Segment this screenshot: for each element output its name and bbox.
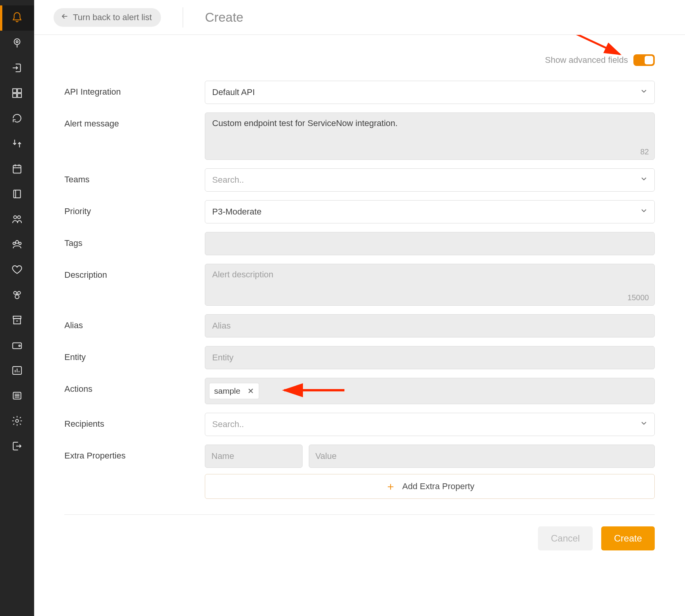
- extra-property-value-input[interactable]: Value: [309, 445, 655, 468]
- recipients-placeholder: Search..: [212, 419, 244, 429]
- nav-item-9[interactable]: [0, 207, 34, 232]
- nav-item-13[interactable]: [0, 308, 34, 333]
- svg-point-19: [19, 345, 20, 346]
- back-label: Turn back to alert list: [73, 12, 152, 22]
- main-content: Show advanced fields API Integration Def…: [34, 35, 685, 616]
- plus-icon: ＋: [385, 479, 396, 494]
- svg-rect-5: [17, 93, 21, 97]
- svg-point-1: [16, 41, 18, 43]
- advanced-fields-toggle[interactable]: [633, 54, 655, 66]
- archive-icon: [11, 314, 23, 327]
- label-description: Description: [64, 264, 205, 280]
- page-header: Turn back to alert list Create: [34, 0, 685, 35]
- create-label: Create: [614, 533, 642, 544]
- nav-item-5[interactable]: [0, 106, 34, 132]
- location-pin-icon: [11, 37, 23, 50]
- chevron-down-icon: [640, 175, 648, 185]
- chart-icon: [11, 365, 23, 377]
- alert-message-textarea[interactable]: Custom endpoint test for ServiceNow inte…: [205, 112, 655, 160]
- add-extra-property-button[interactable]: ＋ Add Extra Property: [205, 474, 655, 499]
- people-icon: [11, 213, 23, 226]
- nav-item-3[interactable]: [0, 56, 34, 81]
- alias-input[interactable]: Alias: [205, 314, 655, 337]
- left-sidebar: [0, 0, 34, 616]
- nav-item-17[interactable]: [0, 409, 34, 434]
- label-extra-properties: Extra Properties: [64, 445, 205, 461]
- api-integration-value: Default API: [212, 87, 255, 97]
- entity-input[interactable]: Entity: [205, 346, 655, 369]
- nav-item-14[interactable]: [0, 333, 34, 358]
- gear-icon: [11, 415, 23, 428]
- label-actions: Actions: [64, 378, 205, 394]
- login-icon: [11, 62, 23, 75]
- footer-divider: [64, 514, 655, 515]
- label-tags: Tags: [64, 232, 205, 248]
- calendar-icon: [11, 163, 23, 176]
- priority-select[interactable]: P3-Moderate: [205, 200, 655, 223]
- svg-point-8: [14, 216, 17, 219]
- svg-point-12: [19, 242, 21, 244]
- svg-point-9: [17, 216, 21, 219]
- nav-item-4[interactable]: [0, 81, 34, 106]
- remove-tag-icon[interactable]: ✕: [247, 386, 254, 396]
- svg-point-10: [16, 241, 19, 244]
- group-icon: [11, 239, 23, 251]
- chevron-down-icon: [640, 87, 648, 98]
- nav-item-11[interactable]: [0, 258, 34, 283]
- grid-icon: [11, 87, 23, 100]
- nav-alerts[interactable]: [0, 5, 34, 31]
- add-extra-label: Add Extra Property: [402, 481, 474, 491]
- cancel-button[interactable]: Cancel: [538, 526, 593, 550]
- label-priority: Priority: [64, 200, 205, 216]
- action-tag-sample: sample ✕: [209, 383, 259, 399]
- nav-item-7[interactable]: [0, 157, 34, 182]
- nav-item-6[interactable]: [0, 132, 34, 157]
- nav-item-10[interactable]: [0, 232, 34, 258]
- extra-value-placeholder: Value: [315, 451, 337, 461]
- description-counter: 15000: [627, 293, 649, 302]
- nav-item-2[interactable]: [0, 31, 34, 56]
- recipients-select[interactable]: Search..: [205, 413, 655, 436]
- entity-placeholder: Entity: [212, 353, 234, 363]
- action-tag-label: sample: [214, 386, 240, 396]
- label-alias: Alias: [64, 314, 205, 330]
- alias-placeholder: Alias: [212, 321, 231, 331]
- extra-property-name-input[interactable]: Name: [205, 445, 303, 468]
- actions-input[interactable]: sample ✕: [205, 378, 655, 404]
- extra-name-placeholder: Name: [211, 451, 234, 461]
- nav-item-18[interactable]: [0, 434, 34, 459]
- list-icon: [11, 390, 23, 403]
- nav-item-16[interactable]: [0, 384, 34, 409]
- svg-point-11: [13, 242, 15, 244]
- chevron-down-icon: [640, 419, 648, 430]
- svg-rect-6: [13, 165, 21, 173]
- label-api-integration: API Integration: [64, 81, 205, 97]
- transfer-icon: [11, 138, 23, 151]
- wallet-icon: [11, 339, 23, 352]
- chevron-down-icon: [640, 206, 648, 217]
- cancel-label: Cancel: [551, 533, 580, 544]
- label-recipients: Recipients: [64, 413, 205, 429]
- description-textarea[interactable]: Alert description 15000: [205, 264, 655, 306]
- create-button[interactable]: Create: [601, 526, 655, 550]
- nav-item-15[interactable]: [0, 358, 34, 384]
- nav-item-12[interactable]: [0, 283, 34, 308]
- loop-icon: [11, 112, 23, 125]
- label-teams: Teams: [64, 168, 205, 185]
- back-to-alert-list-button[interactable]: Turn back to alert list: [54, 8, 161, 27]
- tags-input[interactable]: [205, 232, 655, 255]
- logout-icon: [11, 440, 23, 453]
- page-title: Create: [205, 10, 243, 25]
- svg-rect-3: [17, 89, 21, 93]
- teams-select[interactable]: Search..: [205, 168, 655, 192]
- api-integration-select[interactable]: Default API: [205, 81, 655, 104]
- label-entity: Entity: [64, 346, 205, 362]
- nav-item-8[interactable]: [0, 182, 34, 207]
- alert-message-counter: 82: [640, 147, 649, 156]
- heart-icon: [11, 264, 23, 277]
- book-icon: [11, 188, 23, 201]
- alert-message-text: Custom endpoint test for ServiceNow inte…: [212, 118, 398, 128]
- bell-icon: [11, 12, 23, 24]
- svg-point-0: [14, 39, 20, 45]
- svg-rect-7: [14, 190, 21, 198]
